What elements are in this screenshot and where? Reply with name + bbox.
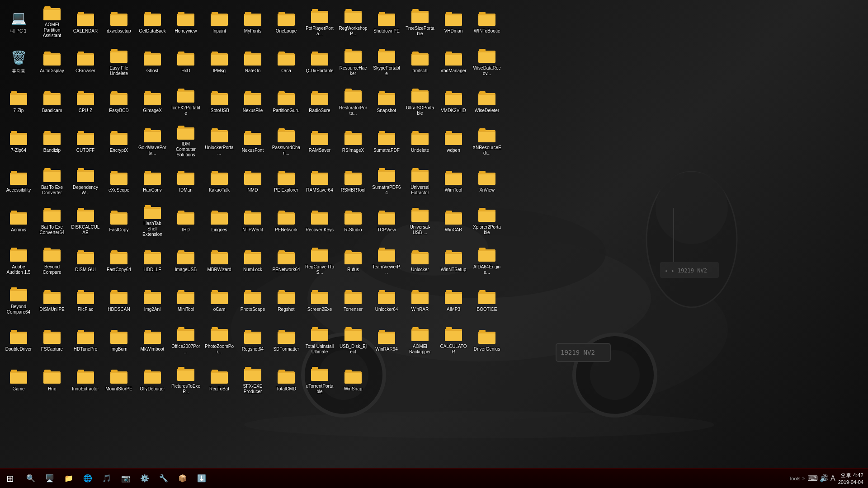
desktop-icon-isotousb[interactable]: ISotoUSB: [203, 82, 236, 120]
desktop-icon-kakaotalk[interactable]: KakaoTalk: [203, 161, 236, 199]
desktop-icon-cpu-z[interactable]: CPU-Z: [69, 82, 102, 120]
desktop-icon-universal-extractor[interactable]: Universal Extractor: [404, 161, 436, 199]
desktop-icon-winsnap[interactable]: WinSnap: [337, 360, 369, 398]
desktop-icon-hdtunepro[interactable]: HDTunePro: [69, 320, 102, 358]
desktop-icon--pc-1[interactable]: 💻내 PC 1: [2, 2, 35, 40]
desktop-icon-r-studio[interactable]: R-Studio: [337, 201, 369, 239]
desktop-icon-imageusb[interactable]: ImageUSB: [170, 241, 202, 279]
desktop-icon-teamviewerp-[interactable]: TeamViewerP...: [370, 241, 403, 279]
desktop-icon-xplorer2portable[interactable]: Xplorer2Portable: [471, 201, 503, 239]
desktop-icon-autodisplay[interactable]: AutoDisplay: [36, 42, 68, 80]
desktop-icon-winntsetup[interactable]: WinNTSetup: [437, 241, 470, 279]
desktop-icon-rufus[interactable]: Rufus: [337, 241, 369, 279]
desktop-icon-wisedeleter[interactable]: WiseDeleter: [471, 82, 503, 120]
desktop-icon-aida64engine-[interactable]: AIDA64Engine...: [471, 241, 503, 279]
desktop-icon-innoextractor[interactable]: InnoExtractor: [69, 360, 102, 398]
desktop-icon--[interactable]: 🗑️휴지통: [2, 42, 35, 80]
desktop-icon-vhdmanager[interactable]: VhdManager: [437, 42, 470, 80]
desktop-icon-wisedatarecov-[interactable]: WiseDataRecov...: [471, 42, 503, 80]
desktop-icon-bat-to-exe-converter64[interactable]: Bat To Exe Converter64: [36, 201, 68, 239]
taskbar-tool2[interactable]: 📦: [174, 469, 192, 488]
desktop-icon-drivergenius[interactable]: DriverGenius: [471, 320, 503, 358]
desktop-icon-snapshot[interactable]: Snapshot: [370, 82, 403, 120]
desktop-icon-sdformatter[interactable]: SDFormatter: [270, 320, 302, 358]
desktop-icon-radiosure[interactable]: RadioSure: [303, 82, 336, 120]
taskbar-tool1[interactable]: 🔧: [155, 469, 173, 488]
desktop-icon-picturestoexep-[interactable]: PicturesToExeP...: [170, 360, 202, 398]
taskbar-download[interactable]: ⬇️: [193, 469, 211, 488]
taskbar-task-view[interactable]: 🖥️: [41, 469, 59, 488]
desktop-icon-ghost[interactable]: Ghost: [136, 42, 169, 80]
desktop-icon-dismunlipe[interactable]: DISMUnliPE: [36, 281, 68, 319]
desktop-icon-hddllf[interactable]: HDDLLF: [136, 241, 169, 279]
desktop-icon-vhdman[interactable]: VHDman: [437, 2, 470, 40]
desktop-icon-regshot64[interactable]: Regshot64: [236, 320, 269, 358]
desktop-icon-dism-gui[interactable]: DISM GUI: [69, 241, 102, 279]
desktop-icon-fastcopy64[interactable]: FastCopy64: [103, 241, 135, 279]
desktop-icon-tcpview[interactable]: TCPView: [370, 201, 403, 239]
desktop-icon-utorrentportable[interactable]: uTorrentPortable: [303, 360, 336, 398]
desktop-icon-imgburn[interactable]: ImgBurn: [103, 320, 135, 358]
desktop-icon-img2ani[interactable]: Img2Ani: [136, 281, 169, 319]
desktop-icon-lingoes[interactable]: Lingoes: [203, 201, 236, 239]
desktop-icon-torrenser[interactable]: Torrenser: [337, 281, 369, 319]
desktop-icon-penetwork64[interactable]: PENetwork64: [270, 241, 302, 279]
desktop-icon-photozoompor-[interactable]: PhotoZoomPor...: [203, 320, 236, 358]
desktop-icon-accessibility[interactable]: Accessibility: [2, 161, 35, 199]
desktop-icon-sfx-exe-producer[interactable]: SFX-EXE Producer: [236, 360, 269, 398]
taskbar-search[interactable]: 🔍: [22, 469, 40, 488]
desktop-icon-adobe-audition-1-5[interactable]: Adobe Audition 1.5: [2, 241, 35, 279]
desktop-icon-recover-keys[interactable]: Recover Keys: [303, 201, 336, 239]
desktop-icon-hddscan[interactable]: HDDSCAN: [103, 281, 135, 319]
desktop-icon-gimagex[interactable]: GimageX: [136, 82, 169, 120]
desktop-icon-ramsaver64[interactable]: RAMSaver64: [303, 161, 336, 199]
desktop-icon-acronis[interactable]: Acronis: [2, 201, 35, 239]
desktop-icon-regtobat[interactable]: RegToBat: [203, 360, 236, 398]
desktop-icon-doubledriver[interactable]: DoubleDriver: [2, 320, 35, 358]
desktop-icon-bandizip[interactable]: Bandizip: [36, 122, 68, 160]
desktop-icon-bandicam[interactable]: Bandicam: [36, 82, 68, 120]
desktop-icon-myfonts[interactable]: MyFonts: [236, 2, 269, 40]
desktop-icon-regworkshopp-[interactable]: RegWorkshopP...: [337, 2, 369, 40]
desktop-icon-unlocker[interactable]: Unlocker: [404, 241, 436, 279]
desktop-icon-totalcmd[interactable]: TotalCMD: [270, 360, 302, 398]
desktop-icon-calendar[interactable]: CALENDAR: [69, 2, 102, 40]
desktop-icon-easy-file-undelete[interactable]: Easy File Undelete: [103, 42, 135, 80]
desktop-icon-q-dirportable[interactable]: Q-DirPortable: [303, 42, 336, 80]
desktop-icon-exescope[interactable]: eXeScope: [103, 161, 135, 199]
desktop-icon-resourcehacker[interactable]: ResourceHacker: [337, 42, 369, 80]
desktop-icon-goldwaveporta-[interactable]: GoldWavePorta...: [136, 122, 169, 160]
desktop-icon-mountstorpe[interactable]: MountStorPE: [103, 360, 135, 398]
desktop-icon-ollydebuger[interactable]: OllyDebuger: [136, 360, 169, 398]
desktop-icon-total-uninstall-ultimate[interactable]: Total Uninstall Ultimate: [303, 320, 336, 358]
desktop-icon-beyond-compare[interactable]: Beyond Compare: [36, 241, 68, 279]
desktop-icon-winrar64[interactable]: WinRAR64: [370, 320, 403, 358]
taskbar-camera[interactable]: 📷: [117, 469, 135, 488]
desktop-icon-wincab[interactable]: WinCAB: [437, 201, 470, 239]
desktop-icon-penetwork[interactable]: PENetwork: [270, 201, 302, 239]
desktop-icon-minitool[interactable]: MiniTool: [170, 281, 202, 319]
desktop-icon-xnview[interactable]: XnView: [471, 161, 503, 199]
desktop-icon-hashtab-shell-extension[interactable]: HashTab Shell Extension: [136, 201, 169, 239]
desktop-icon-rsmbrtool[interactable]: RSMBRTool: [337, 161, 369, 199]
desktop-icon-getdataback[interactable]: GetDataBack: [136, 2, 169, 40]
desktop-icon-rsimagex[interactable]: RSImageX: [337, 122, 369, 160]
desktop-icon-beyond-compare64[interactable]: Beyond Compare64: [2, 281, 35, 319]
desktop-icon-hnc[interactable]: Hnc: [36, 360, 68, 398]
desktop-icon-hanconv[interactable]: HanConv: [136, 161, 169, 199]
desktop-icon-skypeportable[interactable]: SkypePortable: [370, 42, 403, 80]
desktop-icon-passwordchan-[interactable]: PasswordChan...: [270, 122, 302, 160]
desktop-icon-nmd[interactable]: NMD: [236, 161, 269, 199]
desktop-icon-ultraisoportable[interactable]: UltraISOPortable: [404, 82, 436, 120]
desktop-icon-7-zip64[interactable]: 7-Zip64: [2, 122, 35, 160]
desktop-icon-ramsaver[interactable]: RAMSaver: [303, 122, 336, 160]
desktop-icon-aimp3[interactable]: AIMP3: [437, 281, 470, 319]
desktop-icon-sumatrapdf64[interactable]: SumatraPDF64: [370, 161, 403, 199]
desktop-icon-photoscape[interactable]: PhotoScape: [236, 281, 269, 319]
desktop-icon-fastcopy[interactable]: FastCopy: [103, 201, 135, 239]
desktop-icon-office2007por-[interactable]: Office2007Por...: [170, 320, 202, 358]
desktop-icon-unlocker64[interactable]: Unlocker64: [370, 281, 403, 319]
desktop-icon-numlock[interactable]: NumLock: [236, 241, 269, 279]
desktop-icon-ipmsg[interactable]: IPMsg: [203, 42, 236, 80]
desktop-icon-treesizeportable[interactable]: TreeSizePortable: [404, 2, 436, 40]
